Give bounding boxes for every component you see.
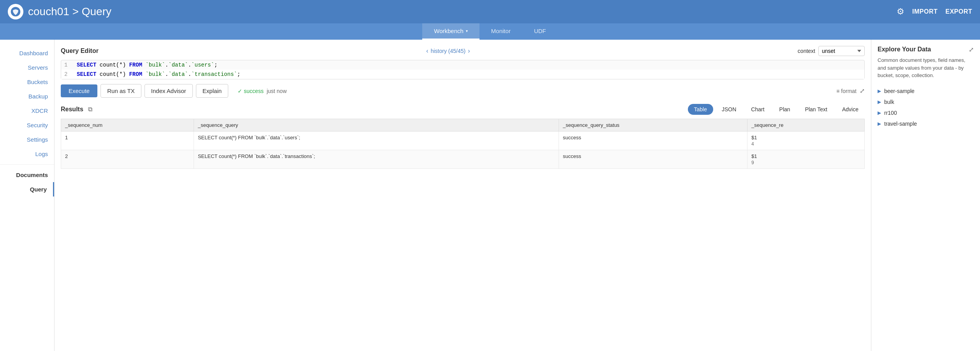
status-badge: ✓ success	[238, 88, 264, 94]
results-title: Results	[61, 106, 83, 113]
data-item-beer-sample[interactable]: ▶ beer-sample	[878, 86, 974, 97]
explain-button[interactable]: Explain	[196, 84, 228, 98]
explore-data-description: Common document types, field names, and …	[878, 56, 974, 79]
query-editor-header: Query Editor ‹ history (45/45) › context…	[61, 46, 865, 56]
data-item-rr100[interactable]: ▶ rr100	[878, 107, 974, 118]
tab-monitor[interactable]: Monitor	[479, 23, 522, 40]
results-tab-plan-text[interactable]: Plan Text	[799, 104, 834, 115]
data-item-bulk[interactable]: ▶ bulk	[878, 97, 974, 107]
sidebar-item-backup[interactable]: Backup	[0, 89, 54, 104]
context-area: context unset beer-sample bulk rr100 tra…	[798, 46, 865, 56]
table-row: 1 SELECT count(*) FROM `bulk`.`data`.`us…	[61, 132, 865, 150]
data-item-travel-sample[interactable]: ▶ travel-sample	[878, 118, 974, 129]
history-nav: ‹ history (45/45) ›	[426, 47, 470, 54]
sidebar-divider	[0, 164, 54, 165]
main-layout: Dashboard Servers Buckets Backup XDCR Se…	[0, 40, 980, 351]
status-time: just now	[267, 88, 287, 94]
app-logo	[8, 4, 23, 19]
app-header: couch01 > Query ⚙ IMPORT EXPORT	[0, 0, 980, 23]
explore-data-title: Explore Your Data	[878, 46, 931, 53]
cell-seq-status-1: success	[559, 132, 747, 150]
code-line-1: 1 SELECT count(*) FROM `bulk`.`data`.`us…	[61, 60, 864, 70]
sidebar-item-settings[interactable]: Settings	[0, 132, 54, 147]
tab-udf[interactable]: UDF	[522, 23, 558, 40]
col-header-seq-status: _sequence_query_status	[559, 119, 747, 132]
chevron-right-icon: ▶	[878, 121, 881, 126]
status-area: ✓ success just now	[238, 88, 287, 94]
chevron-right-icon: ▶	[878, 88, 881, 94]
chevron-right-icon: ▶	[878, 99, 881, 105]
code-editor[interactable]: 1 SELECT count(*) FROM `bulk`.`data`.`us…	[61, 60, 865, 79]
history-prev-button[interactable]: ‹	[426, 47, 428, 54]
data-item-label: beer-sample	[884, 88, 915, 94]
cell-seq-query-1: SELECT count(*) FROM `bulk`.`data`.`user…	[194, 132, 559, 150]
chevron-right-icon: ▶	[878, 110, 881, 116]
results-tab-json[interactable]: JSON	[716, 104, 742, 115]
format-icon: ≡	[836, 88, 839, 94]
data-item-label: travel-sample	[884, 121, 917, 127]
sidebar-section-documents: Documents	[0, 168, 54, 182]
header-left: couch01 > Query	[8, 4, 111, 19]
query-area: Query Editor ‹ history (45/45) › context…	[55, 40, 871, 351]
results-tab-plan[interactable]: Plan	[773, 104, 797, 115]
results-tab-chart[interactable]: Chart	[745, 104, 770, 115]
col-header-seq-query: _sequence_query	[194, 119, 559, 132]
sidebar-item-servers[interactable]: Servers	[0, 60, 54, 75]
results-header: Results ⧉ Table JSON Chart Plan Plan Tex…	[61, 104, 865, 115]
context-select[interactable]: unset beer-sample bulk rr100 travel-samp…	[818, 46, 865, 56]
sidebar-item-dashboard[interactable]: Dashboard	[0, 46, 54, 60]
cell-seq-query-2: SELECT count(*) FROM `bulk`.`data`.`tran…	[194, 150, 559, 169]
results-tab-advice[interactable]: Advice	[836, 104, 865, 115]
sidebar-item-xdcr[interactable]: XDCR	[0, 104, 54, 118]
results-table: _sequence_num _sequence_query _sequence_…	[61, 119, 865, 169]
results-section: Results ⧉ Table JSON Chart Plan Plan Tex…	[61, 104, 865, 169]
expand-editor-button[interactable]: ⤢	[860, 87, 865, 95]
code-text-2: SELECT count(*) FROM `bulk`.`data`.`tran…	[77, 71, 240, 77]
check-icon: ✓	[238, 88, 242, 94]
data-item-label: bulk	[884, 99, 894, 105]
main-content: Query Editor ‹ history (45/45) › context…	[55, 40, 980, 351]
cell-seq-status-2: success	[559, 150, 747, 169]
page-title: couch01 > Query	[28, 5, 111, 18]
sidebar: Dashboard Servers Buckets Backup XDCR Se…	[0, 40, 55, 351]
col-header-seq-result: _sequence_re	[747, 119, 865, 132]
code-text-1: SELECT count(*) FROM `bulk`.`data`.`user…	[77, 62, 217, 68]
history-next-button[interactable]: ›	[468, 47, 470, 54]
run-as-tx-button[interactable]: Run as TX	[100, 84, 141, 98]
line-number-2: 2	[64, 71, 72, 77]
import-button[interactable]: IMPORT	[912, 8, 938, 15]
cell-seq-num-2: 2	[61, 150, 194, 169]
query-editor-title: Query Editor	[61, 47, 99, 54]
copy-icon[interactable]: ⧉	[88, 106, 92, 113]
right-panel-header: Explore Your Data ⤢	[878, 46, 974, 53]
export-button[interactable]: EXPORT	[945, 8, 972, 15]
cell-seq-num-1: 1	[61, 132, 194, 150]
cell-seq-result-1: $1 4	[747, 132, 865, 150]
execute-button[interactable]: Execute	[61, 84, 97, 97]
sidebar-item-security[interactable]: Security	[0, 118, 54, 132]
line-number-1: 1	[64, 62, 72, 68]
right-panel: Explore Your Data ⤢ Common document type…	[871, 40, 980, 351]
settings-icon[interactable]: ⚙	[897, 7, 904, 17]
format-button[interactable]: ≡ format	[836, 88, 857, 94]
table-row: 2 SELECT count(*) FROM `bulk`.`data`.`tr…	[61, 150, 865, 169]
cell-seq-result-2: $1 9	[747, 150, 865, 169]
chevron-down-icon: ▾	[466, 29, 468, 33]
history-label: history (45/45)	[431, 48, 465, 54]
code-line-2: 2 SELECT count(*) FROM `bulk`.`data`.`tr…	[61, 70, 864, 79]
results-tabs: Table JSON Chart Plan Plan Text Advice	[688, 104, 865, 115]
sidebar-item-query[interactable]: Query	[0, 182, 54, 197]
data-item-label: rr100	[884, 110, 897, 116]
nav-tabs: Workbench ▾ Monitor UDF	[0, 23, 980, 40]
sidebar-item-logs[interactable]: Logs	[0, 147, 54, 161]
col-header-seq-num: _sequence_num	[61, 119, 194, 132]
results-tab-table[interactable]: Table	[688, 104, 713, 115]
index-advisor-button[interactable]: Index Advisor	[145, 84, 193, 98]
context-label: context	[798, 48, 815, 54]
couchbase-logo-icon	[10, 6, 21, 17]
header-right: ⚙ IMPORT EXPORT	[897, 7, 972, 17]
query-toolbar: Execute Run as TX Index Advisor Explain …	[61, 84, 865, 98]
tab-workbench[interactable]: Workbench ▾	[422, 23, 479, 40]
sidebar-item-buckets[interactable]: Buckets	[0, 75, 54, 89]
expand-panel-icon[interactable]: ⤢	[969, 46, 974, 53]
